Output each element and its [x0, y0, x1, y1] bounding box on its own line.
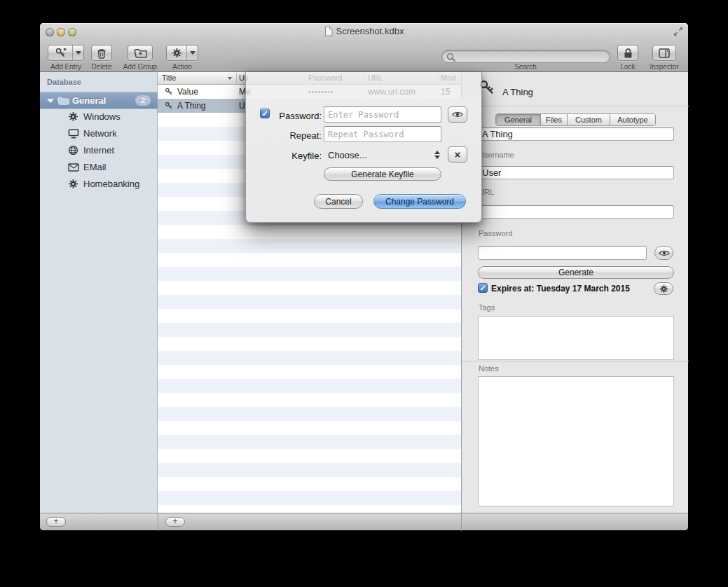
expires-label: Expires at: Tuesday 17 March 2015 [491, 284, 630, 294]
add-entry-dropdown[interactable] [72, 46, 83, 60]
tab-general[interactable]: General [496, 114, 540, 125]
chevron-down-icon [76, 51, 81, 55]
lock-icon [624, 48, 633, 59]
tab-autotype[interactable]: Autotype [610, 114, 655, 125]
fullscreen-arrows-icon [673, 27, 683, 36]
change-password-button[interactable]: Change Password [373, 194, 466, 209]
password-enabled-checkbox[interactable]: ✓ [260, 109, 270, 118]
change-password-label: Change Password [385, 197, 454, 207]
generate-password-button[interactable]: Generate [478, 266, 674, 279]
add-entry-plus-button[interactable]: + [165, 517, 185, 527]
group-label: EMail [83, 162, 107, 172]
folder-plus-icon [134, 48, 147, 58]
tab-custom[interactable]: Custom [567, 114, 610, 125]
add-group-button[interactable] [128, 45, 153, 61]
document-icon [324, 26, 333, 36]
group-label: Windows [83, 111, 121, 122]
keyfile-popup[interactable]: Choose... [324, 146, 443, 163]
change-password-sheet: ✓ Password: Repeat: Keyfile: Choose... ×… [245, 72, 482, 223]
trash-icon [97, 48, 107, 59]
divider [158, 513, 158, 531]
divider [461, 513, 462, 531]
gear-icon [68, 179, 78, 191]
generate-label: Generate [558, 268, 593, 277]
sheet-repeat-label: Repeat: [273, 130, 322, 141]
checkmark-icon: ✓ [261, 109, 268, 118]
inspector-label: Inspector [643, 63, 685, 71]
sheet-keyfile-label: Keyfile: [273, 151, 322, 161]
fullscreen-button[interactable] [673, 27, 683, 39]
key-plus-icon [55, 47, 67, 59]
titlebar[interactable]: Screenshot.kdbx Add Entry Delete [40, 23, 688, 72]
reveal-password-button[interactable] [654, 246, 673, 260]
generate-keyfile-label: Generate Keyfile [351, 170, 413, 179]
generate-keyfile-button[interactable]: Generate Keyfile [324, 167, 441, 181]
tab-files[interactable]: Files [540, 114, 567, 125]
repeat-password-input[interactable] [324, 126, 441, 142]
sidebar-group-internet[interactable]: Internet [40, 142, 158, 159]
disclosure-triangle-icon[interactable] [47, 99, 54, 103]
bottom-bar: + + [40, 513, 688, 530]
key-icon [165, 102, 173, 112]
action-button[interactable] [166, 45, 198, 61]
inspector-button[interactable] [652, 45, 676, 61]
key-icon [165, 88, 173, 98]
gear-icon [68, 111, 78, 124]
sidebar-group-windows[interactable]: Windows [40, 109, 158, 125]
sheet-password-label: Password: [273, 111, 322, 121]
sidebar-section-header: Database [47, 78, 81, 86]
username-field[interactable] [478, 166, 674, 179]
action-dropdown[interactable] [186, 46, 198, 60]
desktop-background: Screenshot.kdbx Add Entry Delete [0, 0, 728, 587]
divider [462, 361, 689, 361]
window-title: Screenshot.kdbx [336, 26, 404, 36]
tags-textarea[interactable] [478, 316, 674, 360]
plus-icon: + [53, 516, 58, 526]
expires-options-button[interactable] [654, 282, 673, 295]
delete-button[interactable] [91, 45, 112, 61]
divider [462, 106, 689, 106]
checkmark-icon: ✓ [479, 284, 486, 292]
url-field[interactable] [478, 205, 674, 219]
inspector-tabs: General Files Custom Autotype [495, 113, 656, 126]
new-password-input[interactable] [324, 106, 441, 123]
cancel-button[interactable]: Cancel [314, 194, 363, 209]
column-header-title[interactable]: Title [162, 74, 176, 82]
reveal-password-button[interactable] [448, 106, 467, 123]
delete-label: Delete [81, 63, 123, 71]
lock-label: Lock [607, 63, 649, 71]
search-input[interactable] [441, 50, 610, 63]
add-group-label: Add Group [119, 63, 161, 71]
add-entry-button[interactable] [48, 45, 84, 61]
expires-checkbox[interactable]: ✓ [478, 283, 488, 293]
inspector-panel: A Thing General Files Custom Autotype Us… [461, 72, 688, 513]
folder-icon [57, 96, 69, 107]
username-label: Username [479, 151, 514, 159]
window-title-area: Screenshot.kdbx [40, 26, 688, 39]
title-field[interactable] [478, 127, 674, 141]
close-icon: × [455, 149, 461, 160]
group-label: Homebanking [83, 179, 139, 189]
eye-icon [659, 249, 670, 257]
sidebar-group-homebanking[interactable]: Homebanking [40, 176, 158, 193]
search-icon [446, 52, 455, 64]
gear-icon [659, 284, 668, 294]
add-entry-main[interactable] [48, 46, 72, 60]
group-label: Network [83, 128, 117, 139]
remove-keyfile-button[interactable]: × [448, 146, 467, 163]
search-label: Search [504, 63, 547, 71]
action-main[interactable] [167, 46, 186, 60]
column-divider[interactable] [236, 73, 237, 83]
sidebar-group-email[interactable]: EMail [40, 159, 158, 176]
group-label: General [72, 95, 106, 106]
lock-button[interactable] [617, 45, 638, 61]
notes-textarea[interactable] [478, 376, 674, 506]
cancel-label: Cancel [325, 197, 351, 207]
add-group-plus-button[interactable]: + [46, 517, 66, 527]
sidebar-group-network[interactable]: Network [40, 125, 158, 142]
sidebar-group-general[interactable]: General 2 [40, 92, 158, 109]
password-field[interactable] [478, 246, 647, 260]
inspector-entry-title: A Thing [502, 87, 533, 97]
keyfile-selected-value: Choose... [324, 150, 367, 160]
group-sidebar: Database General 2 Windows [40, 72, 158, 513]
